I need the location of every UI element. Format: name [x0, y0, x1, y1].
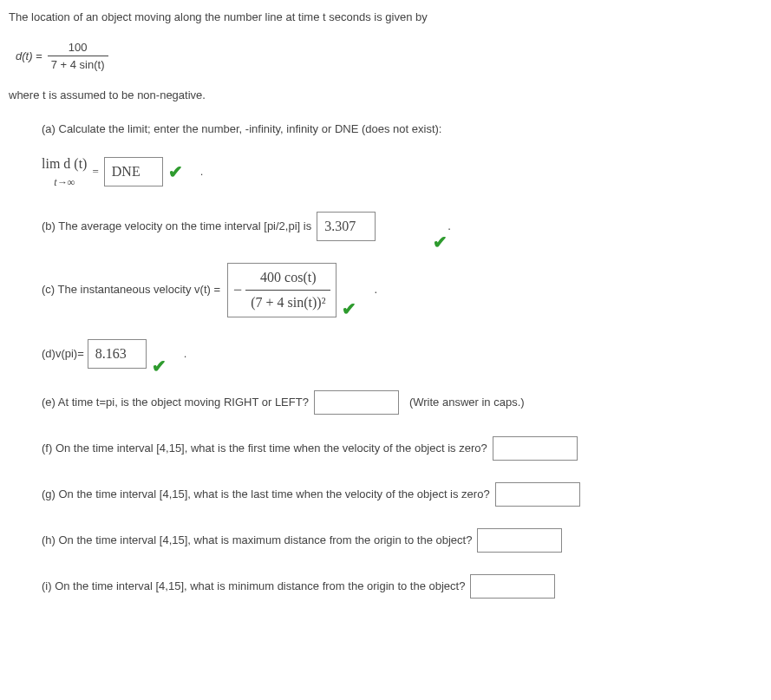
period: .	[200, 163, 204, 180]
equals-sign: =	[92, 163, 98, 180]
checkmark-icon: ✔	[433, 229, 448, 255]
period: .	[374, 281, 377, 298]
part-a-text: (a) Calculate the limit; enter the numbe…	[42, 121, 762, 138]
velocity-denominator: (7 + 4 sin(t))²	[245, 291, 330, 315]
part-b-answer-input[interactable]: 3.307	[317, 212, 376, 241]
part-f-answer-input[interactable]	[493, 436, 578, 461]
part-d-answer-input[interactable]: 8.163	[88, 339, 147, 369]
part-f-text: (f) On the time interval [4,15], what is…	[42, 440, 487, 457]
limit-top: lim d (t)	[42, 154, 87, 174]
part-g: (g) On the time interval [4,15], what is…	[42, 482, 762, 507]
part-f: (f) On the time interval [4,15], what is…	[42, 436, 762, 461]
part-h-answer-input[interactable]	[477, 528, 562, 553]
part-a: (a) Calculate the limit; enter the numbe…	[42, 121, 762, 190]
part-d: (d)v(pi)= 8.163 ✔ .	[42, 339, 762, 369]
part-c-text: (c) The instantaneous velocity v(t) =	[42, 281, 220, 298]
period: .	[448, 218, 451, 235]
part-i-text: (i) On the time interval [4,15], what is…	[42, 578, 465, 595]
assumption-text: where t is assumed to be non-negative.	[9, 87, 762, 104]
period: .	[184, 345, 187, 363]
part-d-text: (d)v(pi)=	[42, 345, 84, 363]
formula-lhs: d(t) =	[16, 48, 42, 65]
part-b-text: (b) The average velocity on the time int…	[42, 218, 311, 235]
formula-numerator: 100	[48, 39, 108, 57]
part-i-answer-input[interactable]	[470, 574, 555, 599]
part-h-text: (h) On the time interval [4,15], what is…	[42, 532, 472, 549]
checkmark-icon: ✔	[152, 353, 167, 379]
part-c: (c) The instantaneous velocity v(t) = − …	[42, 263, 762, 317]
part-g-text: (g) On the time interval [4,15], what is…	[42, 486, 490, 503]
part-e: (e) At time t=pi, is the object moving R…	[42, 390, 762, 415]
part-h: (h) On the time interval [4,15], what is…	[42, 528, 762, 553]
checkmark-icon: ✔	[342, 296, 356, 322]
part-e-after-text: (Write answer in caps.)	[409, 394, 525, 411]
limit-bottom: t→∞	[42, 174, 87, 190]
checkmark-icon: ✔	[168, 159, 183, 185]
limit-expression: lim d (t) t→∞	[42, 154, 87, 190]
intro-text: The location of an object moving along t…	[9, 9, 762, 26]
velocity-fraction: 400 cos(t) (7 + 4 sin(t))²	[245, 265, 330, 315]
part-i: (i) On the time interval [4,15], what is…	[42, 574, 762, 599]
part-e-text: (e) At time t=pi, is the object moving R…	[42, 394, 309, 411]
part-b: (b) The average velocity on the time int…	[42, 212, 762, 241]
formula-fraction: 100 7 + 4 sin(t)	[48, 39, 108, 74]
formula-d-of-t: d(t) = 100 7 + 4 sin(t)	[16, 39, 762, 74]
part-c-answer-input[interactable]: − 400 cos(t) (7 + 4 sin(t))²	[227, 263, 336, 317]
minus-sign: −	[233, 281, 242, 298]
velocity-numerator: 400 cos(t)	[245, 265, 330, 291]
formula-denominator: 7 + 4 sin(t)	[48, 56, 108, 74]
part-g-answer-input[interactable]	[495, 482, 580, 507]
part-e-answer-input[interactable]	[314, 390, 399, 415]
part-a-answer-input[interactable]: DNE	[104, 157, 163, 186]
